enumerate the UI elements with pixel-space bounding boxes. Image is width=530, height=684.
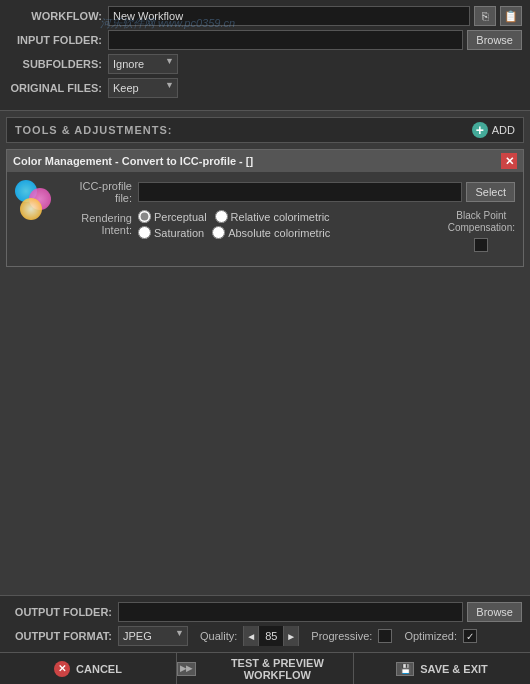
subfolders-select[interactable]: Ignore Include Exclude bbox=[108, 54, 178, 74]
progressive-checkbox[interactable] bbox=[378, 629, 392, 643]
cm-close-button[interactable]: ✕ bbox=[501, 153, 517, 169]
radio-row-1: Perceptual Relative colorimetric bbox=[138, 210, 444, 223]
workflow-label: WORKFLOW: bbox=[8, 10, 108, 22]
optimized-label: Optimized: bbox=[404, 630, 457, 642]
output-folder-browse-button[interactable]: Browse bbox=[467, 602, 522, 622]
cancel-button[interactable]: ✕ CANCEL bbox=[0, 653, 177, 684]
add-button[interactable]: + ADD bbox=[472, 122, 515, 138]
copy-button[interactable]: ⎘ bbox=[474, 6, 496, 26]
tools-bar: TOOLS & ADJUSTMENTS: + ADD bbox=[6, 117, 524, 143]
radio-group-container: Perceptual Relative colorimetric Saturat… bbox=[138, 210, 444, 239]
top-section: WORKFLOW: ⎘ 📋 INPUT FOLDER: Browse SUBFO… bbox=[0, 0, 530, 111]
output-folder-input[interactable] bbox=[118, 602, 463, 622]
quality-label: Quality: bbox=[200, 630, 237, 642]
relative-radio[interactable] bbox=[215, 210, 228, 223]
input-folder-input[interactable] bbox=[108, 30, 463, 50]
perceptual-radio-label[interactable]: Perceptual bbox=[138, 210, 207, 223]
subfolders-label: SUBFOLDERS: bbox=[8, 58, 108, 70]
output-folder-row: OUTPUT FOLDER: Browse bbox=[8, 602, 522, 622]
bottom-section: OUTPUT FOLDER: Browse OUTPUT FORMAT: JPE… bbox=[0, 595, 530, 652]
radio-row-2: Saturation Absolute colorimetric bbox=[138, 226, 444, 239]
color-management-icon bbox=[15, 180, 55, 220]
input-folder-label: INPUT FOLDER: bbox=[8, 34, 108, 46]
footer-bar: ✕ CANCEL ▶▶ TEST & PREVIEW WORKFLOW 💾 SA… bbox=[0, 652, 530, 684]
save-label: SAVE & EXIT bbox=[420, 663, 488, 675]
input-folder-row: INPUT FOLDER: Browse bbox=[8, 30, 522, 50]
workflow-input[interactable] bbox=[108, 6, 470, 26]
subfolders-row: SUBFOLDERS: Ignore Include Exclude bbox=[8, 54, 522, 74]
saturation-label: Saturation bbox=[154, 227, 204, 239]
original-files-select[interactable]: Keep Move Delete bbox=[108, 78, 178, 98]
absolute-radio[interactable] bbox=[212, 226, 225, 239]
icc-select-button[interactable]: Select bbox=[466, 182, 515, 202]
quality-stepper: ◄ 85 ► bbox=[243, 626, 299, 646]
absolute-label: Absolute colorimetric bbox=[228, 227, 330, 239]
relative-label: Relative colorimetric bbox=[231, 211, 330, 223]
icc-profile-label: ICC-profile file: bbox=[63, 180, 138, 204]
absolute-radio-label[interactable]: Absolute colorimetric bbox=[212, 226, 330, 239]
subfolders-dropdown-wrapper: Ignore Include Exclude bbox=[108, 54, 178, 74]
progressive-label: Progressive: bbox=[311, 630, 372, 642]
tools-label: TOOLS & ADJUSTMENTS: bbox=[15, 124, 173, 136]
rendering-intent-row: Rendering Intent: Perceptual Relative co… bbox=[63, 210, 515, 252]
optimized-checkbox[interactable]: ✓ bbox=[463, 629, 477, 643]
cm-body: ICC-profile file: Select Rendering Inten… bbox=[7, 172, 523, 266]
cm-header: Color Management - Convert to ICC-profil… bbox=[7, 150, 523, 172]
test-preview-button[interactable]: ▶▶ TEST & PREVIEW WORKFLOW bbox=[177, 653, 354, 684]
quality-value: 85 bbox=[258, 626, 284, 646]
test-icon: ▶▶ bbox=[177, 662, 196, 676]
paste-button[interactable]: 📋 bbox=[500, 6, 522, 26]
cancel-icon: ✕ bbox=[54, 661, 70, 677]
original-files-dropdown-wrapper: Keep Move Delete bbox=[108, 78, 178, 98]
rendering-intent-label: Rendering Intent: bbox=[63, 210, 138, 236]
save-exit-button[interactable]: 💾 SAVE & EXIT bbox=[354, 653, 530, 684]
test-label: TEST & PREVIEW WORKFLOW bbox=[202, 657, 353, 681]
add-label: ADD bbox=[492, 124, 515, 136]
bpc-checkbox[interactable] bbox=[474, 238, 488, 252]
add-icon: + bbox=[472, 122, 488, 138]
bpc-section: Black PointCompensation: bbox=[448, 210, 515, 252]
cancel-label: CANCEL bbox=[76, 663, 122, 675]
output-format-row: OUTPUT FORMAT: JPEG PNG TIFF BMP Quality… bbox=[8, 626, 522, 646]
perceptual-radio[interactable] bbox=[138, 210, 151, 223]
saturation-radio[interactable] bbox=[138, 226, 151, 239]
input-folder-browse-button[interactable]: Browse bbox=[467, 30, 522, 50]
format-select[interactable]: JPEG PNG TIFF BMP bbox=[118, 626, 188, 646]
original-files-label: ORIGINAL FILES: bbox=[8, 82, 108, 94]
format-controls: JPEG PNG TIFF BMP Quality: ◄ 85 ► Progre… bbox=[118, 626, 477, 646]
cm-content: ICC-profile file: Select Rendering Inten… bbox=[63, 180, 515, 258]
icc-profile-row: ICC-profile file: Select bbox=[63, 180, 515, 204]
yellow-circle bbox=[20, 198, 42, 220]
quality-increase-button[interactable]: ► bbox=[284, 626, 298, 646]
original-files-row: ORIGINAL FILES: Keep Move Delete bbox=[8, 78, 522, 98]
relative-radio-label[interactable]: Relative colorimetric bbox=[215, 210, 330, 223]
icc-profile-input[interactable] bbox=[138, 182, 462, 202]
bpc-label: Black PointCompensation: bbox=[448, 210, 515, 234]
workflow-row: WORKFLOW: ⎘ 📋 bbox=[8, 6, 522, 26]
cm-title: Color Management - Convert to ICC-profil… bbox=[13, 155, 253, 167]
output-format-label: OUTPUT FORMAT: bbox=[8, 630, 118, 642]
format-dropdown-wrapper: JPEG PNG TIFF BMP bbox=[118, 626, 188, 646]
save-icon: 💾 bbox=[396, 662, 414, 676]
quality-decrease-button[interactable]: ◄ bbox=[244, 626, 258, 646]
output-folder-label: OUTPUT FOLDER: bbox=[8, 606, 118, 618]
color-management-panel: Color Management - Convert to ICC-profil… bbox=[6, 149, 524, 267]
saturation-radio-label[interactable]: Saturation bbox=[138, 226, 204, 239]
perceptual-label: Perceptual bbox=[154, 211, 207, 223]
